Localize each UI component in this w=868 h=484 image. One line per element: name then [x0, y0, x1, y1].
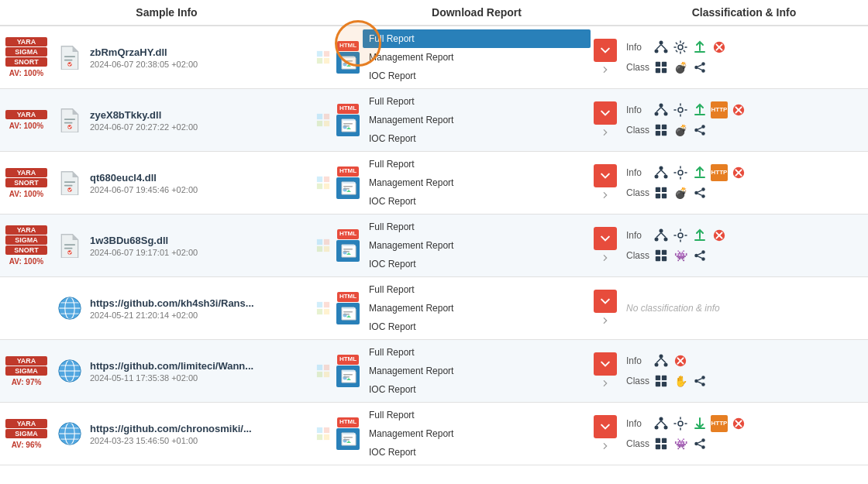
- ioc-report-item[interactable]: IOC Report: [363, 318, 591, 336]
- management-report-item[interactable]: Management Report: [363, 111, 591, 129]
- svg-line-27: [698, 65, 701, 67]
- upload-icon[interactable]: [691, 101, 708, 118]
- network-icon[interactable]: [653, 352, 670, 369]
- remove-icon[interactable]: [730, 164, 747, 181]
- remove-icon[interactable]: [730, 415, 747, 432]
- share-icon[interactable]: [691, 184, 708, 201]
- management-report-item[interactable]: Management Report: [363, 424, 591, 443]
- download-button[interactable]: [594, 39, 617, 62]
- grid-icon[interactable]: [653, 184, 670, 201]
- sample-name[interactable]: https://github.com/kh4sh3i/Rans...: [90, 297, 310, 309]
- ioc-report-item[interactable]: IOC Report: [363, 380, 591, 399]
- sample-name[interactable]: zyeX8bTkky.dll: [90, 109, 310, 121]
- ioc-report-item[interactable]: IOC Report: [363, 129, 591, 148]
- expand-button[interactable]: [599, 252, 611, 264]
- download-icon[interactable]: [691, 415, 708, 432]
- network-icon[interactable]: [653, 101, 670, 118]
- download-button[interactable]: [594, 101, 617, 125]
- remove-icon[interactable]: [711, 39, 728, 56]
- upload-icon[interactable]: [691, 227, 708, 244]
- grid-icon[interactable]: [653, 122, 670, 139]
- expand-button[interactable]: [599, 440, 611, 452]
- download-button[interactable]: [594, 352, 617, 376]
- share-icon[interactable]: [691, 247, 708, 264]
- grid-icon[interactable]: [653, 247, 670, 264]
- html-report-icon[interactable]: HTML: [336, 104, 360, 136]
- html-report-icon[interactable]: HTML: [336, 229, 360, 261]
- remove-icon[interactable]: [711, 227, 728, 244]
- download-button[interactable]: [594, 290, 617, 313]
- sample-column: https://github.com/limiteci/Wann... 2024…: [53, 340, 333, 402]
- download-button[interactable]: [594, 227, 617, 250]
- svg-rect-22: [656, 68, 660, 73]
- upload-icon[interactable]: [691, 164, 708, 181]
- network-icon[interactable]: [653, 39, 670, 56]
- html-report-icon[interactable]: HTML: [336, 41, 360, 73]
- full-report-item[interactable]: Full Report: [363, 155, 591, 173]
- badge-column: YARASIGMASNORT AV: 100%: [0, 215, 53, 276]
- share-icon[interactable]: [691, 122, 708, 139]
- grid-icon[interactable]: [653, 372, 670, 390]
- sample-name[interactable]: https://github.com/limiteci/Wann...: [90, 360, 310, 372]
- download-button[interactable]: [594, 164, 617, 187]
- html-report-icon[interactable]: HTML: [336, 417, 360, 449]
- management-report-item[interactable]: Management Report: [363, 173, 591, 192]
- share-icon[interactable]: [691, 435, 708, 452]
- sample-name[interactable]: 1w3BDu68Sg.dll: [90, 235, 310, 246]
- upload-icon[interactable]: [691, 39, 708, 56]
- network-icon[interactable]: [653, 227, 670, 244]
- html-report-icon[interactable]: HTML: [336, 292, 360, 324]
- full-report-item[interactable]: Full Report: [363, 280, 591, 299]
- management-report-item[interactable]: Management Report: [363, 48, 591, 67]
- bomb-icon[interactable]: 💣: [672, 122, 689, 139]
- gear-icon[interactable]: [672, 101, 689, 118]
- sample-name[interactable]: https://github.com/chronosmiki/...: [90, 423, 310, 434]
- http-icon[interactable]: HTTP: [711, 415, 728, 432]
- network-icon[interactable]: [653, 415, 670, 432]
- html-report-icon[interactable]: HTML: [336, 355, 360, 386]
- sample-name[interactable]: qt680eucl4.dll: [90, 172, 310, 184]
- svg-rect-185: [662, 445, 666, 449]
- report-dropdown: Full Report Management Report IOC Report: [363, 29, 591, 85]
- remove-icon[interactable]: [730, 101, 747, 118]
- gear-icon[interactable]: [672, 164, 689, 181]
- ioc-report-item[interactable]: IOC Report: [363, 443, 591, 462]
- expand-button[interactable]: [599, 314, 611, 327]
- network-icon[interactable]: [653, 164, 670, 181]
- full-report-item[interactable]: Full Report: [363, 92, 591, 111]
- grid-icon[interactable]: [653, 435, 670, 452]
- share-icon[interactable]: [691, 372, 708, 390]
- bomb-icon[interactable]: 💣: [672, 59, 689, 76]
- expand-button[interactable]: [599, 377, 611, 390]
- full-report-item[interactable]: Full Report: [363, 343, 591, 362]
- bomb-icon[interactable]: 💣: [672, 184, 689, 201]
- grid-icon[interactable]: [653, 59, 670, 76]
- ghost-icon[interactable]: 👾: [672, 247, 689, 264]
- svg-rect-64: [324, 184, 329, 189]
- management-report-item[interactable]: Management Report: [363, 299, 591, 318]
- expand-button[interactable]: [599, 64, 611, 76]
- gear-icon[interactable]: [672, 227, 689, 244]
- download-button[interactable]: [594, 415, 617, 438]
- management-report-item[interactable]: Management Report: [363, 236, 591, 255]
- full-report-item[interactable]: Full Report: [363, 218, 591, 236]
- full-report-item[interactable]: Full Report: [363, 406, 591, 424]
- os-icon: [316, 113, 330, 127]
- http-icon[interactable]: HTTP: [711, 164, 728, 181]
- management-report-item[interactable]: Management Report: [363, 362, 591, 380]
- ioc-report-item[interactable]: IOC Report: [363, 67, 591, 85]
- ioc-report-item[interactable]: IOC Report: [363, 192, 591, 211]
- ioc-report-item[interactable]: IOC Report: [363, 255, 591, 273]
- ghost-icon[interactable]: 👾: [672, 435, 689, 452]
- html-report-icon[interactable]: HTML: [336, 166, 360, 198]
- gear-icon[interactable]: [672, 415, 689, 432]
- remove-icon[interactable]: [672, 352, 689, 369]
- share-icon[interactable]: [691, 59, 708, 76]
- gear-icon[interactable]: [672, 39, 689, 56]
- hand-icon[interactable]: ✋: [672, 372, 689, 390]
- http-icon[interactable]: HTTP: [711, 101, 728, 118]
- expand-button[interactable]: [599, 189, 611, 201]
- full-report-item[interactable]: Full Report: [363, 29, 591, 48]
- sample-name[interactable]: zbRmQrzaHY.dll: [90, 46, 310, 58]
- expand-button[interactable]: [599, 126, 611, 139]
